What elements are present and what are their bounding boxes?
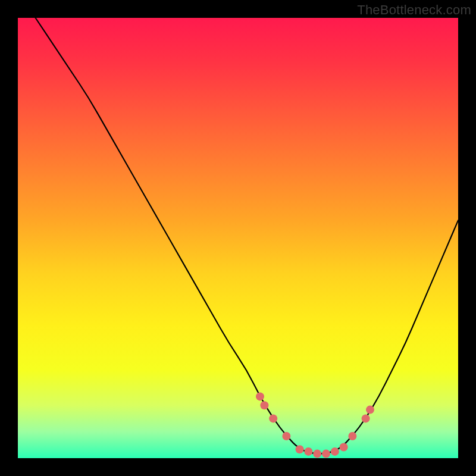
bottleneck-dot xyxy=(260,401,268,409)
bottleneck-dot xyxy=(304,447,312,456)
bottleneck-curve xyxy=(36,18,458,454)
attribution-label: TheBottleneck.com xyxy=(357,2,471,18)
bottleneck-dot xyxy=(340,443,348,452)
bottleneck-dot xyxy=(322,450,330,458)
bottleneck-dot xyxy=(296,445,304,453)
bottleneck-dot xyxy=(313,450,321,458)
bottleneck-dots xyxy=(256,392,374,458)
bottleneck-dot xyxy=(256,392,264,400)
bottleneck-dot xyxy=(331,447,339,456)
chart-frame: TheBottleneck.com xyxy=(0,0,476,476)
plot-area xyxy=(18,18,458,458)
curve-layer xyxy=(18,18,458,458)
bottleneck-dot xyxy=(362,414,370,422)
bottleneck-dot xyxy=(282,432,290,440)
bottleneck-dot xyxy=(269,414,277,422)
bottleneck-dot xyxy=(348,432,356,440)
bottleneck-dot xyxy=(366,406,374,414)
